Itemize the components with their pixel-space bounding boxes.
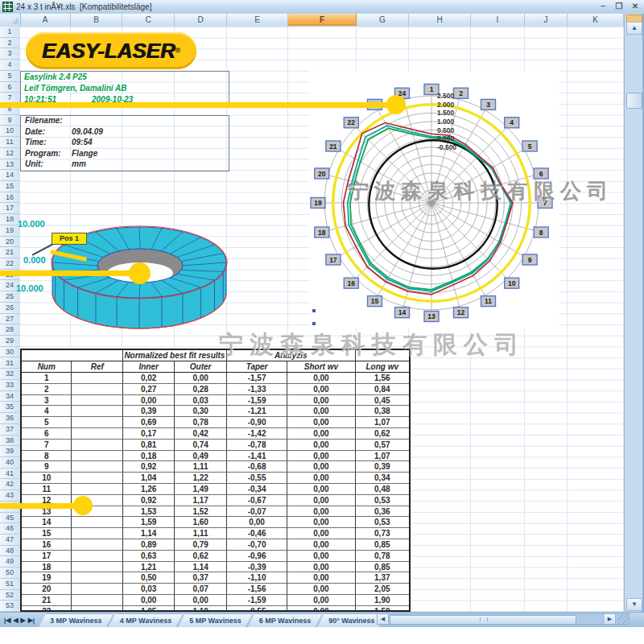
table-cell[interactable] (72, 373, 122, 384)
table-cell[interactable]: 0,49 (175, 451, 226, 462)
table-cell[interactable]: -1,10 (227, 572, 287, 584)
table-cell[interactable]: 0,18 (123, 451, 175, 462)
row-header-49[interactable]: 49 (0, 556, 19, 568)
row-header-28[interactable]: 28 (0, 324, 19, 336)
table-cell[interactable]: -1,42 (227, 428, 287, 440)
table-cell[interactable]: -1,33 (227, 384, 287, 395)
table-cell[interactable]: 0,79 (175, 539, 226, 551)
row-header-30[interactable]: 30 (0, 347, 19, 358)
row-header-42[interactable]: 42 (0, 479, 19, 490)
table-cell[interactable]: 0,00 (123, 395, 175, 407)
table-cell[interactable] (72, 595, 122, 606)
table-cell[interactable]: 1,53 (123, 506, 175, 518)
row-header-17[interactable]: 17 (0, 203, 19, 214)
table-cell[interactable]: 0,78 (356, 551, 409, 562)
table-cell[interactable]: -0,07 (227, 506, 287, 518)
select-all-corner[interactable] (0, 14, 21, 26)
vertical-scrollbar[interactable]: ▲ ▼ (624, 14, 642, 612)
row-header-15[interactable]: 15 (0, 181, 19, 192)
table-cell[interactable]: 0,45 (356, 395, 409, 407)
table-cell[interactable]: 0,00 (287, 562, 355, 573)
table-cell[interactable]: 1,05 (123, 606, 175, 612)
table-cell[interactable]: -0,78 (227, 440, 287, 451)
table-cell[interactable]: 6 (22, 428, 72, 440)
row-header-5[interactable]: 5 (0, 71, 19, 82)
column-header-J[interactable]: J (525, 14, 568, 26)
table-cell[interactable] (72, 473, 122, 484)
sheet-tab-3-mp-waviness[interactable]: 3 MP Waviness (39, 613, 114, 627)
table-cell[interactable]: -0,70 (227, 539, 287, 551)
table-cell[interactable] (72, 572, 122, 584)
row-header-51[interactable]: 51 (0, 579, 19, 590)
table-cell[interactable]: 0,00 (287, 406, 355, 417)
column-header-C[interactable]: C (122, 14, 175, 26)
row-header-35[interactable]: 35 (0, 402, 19, 413)
row-header-39[interactable]: 39 (0, 446, 19, 457)
table-cell[interactable] (72, 551, 122, 562)
table-cell[interactable]: 0,39 (123, 406, 175, 417)
table-cell[interactable]: 1,22 (175, 473, 226, 484)
table-cell[interactable]: 0,00 (287, 528, 355, 539)
flatness-radar-chart[interactable]: 1234567891011121314151617181920212223242… (310, 71, 559, 328)
table-cell[interactable]: -0,46 (227, 528, 287, 539)
table-cell[interactable]: 1,56 (356, 373, 409, 384)
table-cell[interactable]: 0,27 (123, 384, 175, 395)
scroll-down-arrow[interactable]: ▼ (626, 598, 642, 611)
column-header-H[interactable]: H (409, 14, 471, 26)
table-cell[interactable]: 0,36 (356, 506, 409, 518)
column-header-K[interactable]: K (568, 14, 624, 26)
column-header-num[interactable]: Num (22, 361, 72, 373)
horizontal-scrollbar[interactable]: ◀ ▶ (377, 613, 630, 625)
row-header-1[interactable]: 1 (0, 27, 19, 38)
table-cell[interactable]: 0,00 (287, 384, 355, 395)
row-header-16[interactable]: 16 (0, 192, 19, 204)
table-cell[interactable]: 0,81 (123, 440, 175, 451)
table-cell[interactable]: 0,42 (175, 428, 226, 440)
table-cell[interactable]: -1,57 (227, 373, 287, 384)
row-header-10[interactable]: 10 (0, 126, 19, 137)
table-cell[interactable]: -1,59 (227, 595, 287, 606)
table-cell[interactable]: 0,00 (287, 484, 355, 495)
table-cell[interactable]: 0,85 (356, 539, 409, 551)
table-cell[interactable]: 0,37 (175, 572, 226, 584)
column-header-inner[interactable]: Inner (123, 361, 175, 373)
table-cell[interactable]: 1,14 (175, 562, 226, 573)
table-cell[interactable]: 0,03 (123, 584, 175, 595)
column-header-E[interactable]: E (227, 14, 288, 26)
row-header-43[interactable]: 43 (0, 490, 19, 502)
table-cell[interactable] (72, 484, 122, 495)
table-cell[interactable] (72, 395, 122, 407)
table-cell[interactable]: 0,63 (123, 551, 175, 562)
column-header-G[interactable]: G (357, 14, 409, 26)
row-header-13[interactable]: 13 (0, 159, 19, 171)
table-cell[interactable]: 0,00 (287, 395, 355, 407)
table-cell[interactable]: 1,04 (123, 473, 175, 484)
row-header-12[interactable]: 12 (0, 148, 19, 159)
row-header-34[interactable]: 34 (0, 391, 19, 402)
table-cell[interactable]: 1,50 (356, 606, 409, 612)
table-cell-empty[interactable] (22, 350, 123, 361)
row-header-52[interactable]: 52 (0, 590, 19, 601)
table-cell[interactable]: 0,17 (123, 428, 175, 440)
row-header-50[interactable]: 50 (0, 568, 19, 579)
table-cell[interactable]: 0,00 (175, 595, 226, 606)
table-cell[interactable]: 0,85 (356, 562, 409, 573)
table-cell[interactable]: 1,49 (175, 484, 226, 495)
row-header-6[interactable]: 6 (0, 82, 19, 93)
column-header-taper[interactable]: Taper (227, 361, 287, 373)
group-header-normalized[interactable]: Normalized best fit results (123, 350, 227, 361)
table-cell[interactable]: 8 (22, 451, 72, 462)
table-cell[interactable]: 2 (22, 384, 72, 395)
column-header-F[interactable]: F (288, 14, 357, 26)
vertical-scroll-thumb[interactable] (626, 93, 642, 109)
table-cell[interactable]: -1,59 (227, 395, 287, 407)
table-cell[interactable]: 0,50 (123, 572, 175, 584)
column-header-ref[interactable]: Ref (72, 361, 122, 373)
group-header-analyzis[interactable]: Analyzis (227, 350, 356, 361)
table-cell[interactable]: 3 (22, 395, 72, 407)
table-cell[interactable]: 5 (22, 417, 72, 428)
table-cell[interactable]: 0,74 (175, 440, 226, 451)
table-cell[interactable]: 0,00 (287, 373, 355, 384)
table-cell[interactable]: 0,73 (356, 528, 409, 539)
table-cell[interactable]: -1,56 (227, 584, 287, 595)
